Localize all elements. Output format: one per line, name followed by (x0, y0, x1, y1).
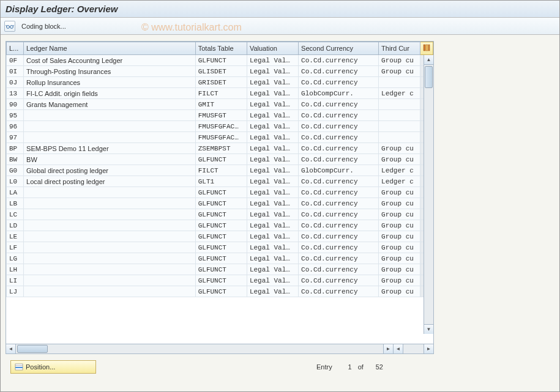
hscroll-track[interactable] (16, 344, 383, 353)
col-header-second[interactable]: Second Currency (299, 42, 379, 55)
table-cell[interactable]: Group cu (379, 231, 420, 242)
table-cell[interactable]: Legal Val… (247, 231, 298, 242)
table-cell[interactable]: Co.Cd.currency (299, 220, 379, 231)
table-cell[interactable]: FMUSFGT (195, 110, 247, 121)
table-cell[interactable]: GLFUNCT (195, 209, 247, 220)
table-cell[interactable]: LB (7, 198, 24, 209)
table-cell[interactable]: Group cu (379, 209, 420, 220)
table-cell[interactable]: Grants Management (24, 99, 196, 110)
col-header-ledger[interactable]: L... (7, 42, 24, 55)
table-cell[interactable]: Legal Val… (247, 88, 298, 99)
table-cell[interactable]: 0F (7, 55, 24, 66)
table-cell[interactable]: 0I (7, 66, 24, 77)
table-row[interactable]: 0JRollup InsurancesGRISDETLegal Val…Co.C… (7, 77, 433, 88)
hscroll-track-2[interactable] (403, 344, 424, 353)
table-cell[interactable]: Co.Cd.currency (299, 55, 379, 66)
table-cell[interactable] (379, 110, 420, 121)
position-button[interactable]: Position... (10, 360, 96, 374)
table-row[interactable]: L0Local direct posting ledgerGLT1Legal V… (7, 176, 433, 187)
table-cell[interactable]: 96 (7, 121, 24, 132)
table-cell[interactable]: LH (7, 264, 24, 275)
table-cell[interactable]: GLFUNCT (195, 264, 247, 275)
table-cell[interactable]: Legal Val… (247, 77, 298, 88)
table-cell[interactable]: LF (7, 242, 24, 253)
table-row[interactable]: LEGLFUNCTLegal Val…Co.Cd.currencyGroup c… (7, 231, 433, 242)
table-cell[interactable] (24, 264, 196, 275)
table-cell[interactable] (24, 253, 196, 264)
table-cell[interactable]: Co.Cd.currency (299, 110, 379, 121)
table-cell[interactable] (24, 198, 196, 209)
table-cell[interactable]: Co.Cd.currency (299, 176, 379, 187)
table-cell[interactable]: 97 (7, 132, 24, 143)
table-cell[interactable]: Co.Cd.currency (299, 99, 379, 110)
table-cell[interactable]: GLT1 (195, 176, 247, 187)
table-row[interactable]: 0IThrough-Posting InsurancesGLISDETLegal… (7, 66, 433, 77)
horizontal-scroll-thumb[interactable] (17, 345, 48, 353)
table-cell[interactable]: Ledger c (379, 88, 420, 99)
table-cell[interactable] (379, 77, 420, 88)
table-cell[interactable]: Group cu (379, 242, 420, 253)
table-cell[interactable]: Legal Val… (247, 275, 298, 286)
table-cell[interactable]: G0 (7, 165, 24, 176)
table-cell[interactable]: Co.Cd.currency (299, 253, 379, 264)
vertical-scroll-thumb[interactable] (425, 66, 433, 88)
table-row[interactable]: G0Global direct posting ledgerFILCTLegal… (7, 165, 433, 176)
table-cell[interactable] (24, 231, 196, 242)
col-header-third[interactable]: Third Cur (379, 42, 420, 55)
table-cell[interactable]: Through-Posting Insurances (24, 66, 196, 77)
table-cell[interactable]: Group cu (379, 264, 420, 275)
table-cell[interactable]: GRISDET (195, 77, 247, 88)
table-cell[interactable]: Legal Val… (247, 264, 298, 275)
table-cell[interactable]: Co.Cd.currency (299, 209, 379, 220)
table-row[interactable]: BPSEM-BPS Demo 11 LedgerZSEMBPSTLegal Va… (7, 143, 433, 154)
table-cell[interactable]: Legal Val… (247, 110, 298, 121)
table-cell[interactable]: Group cu (379, 154, 420, 165)
table-row[interactable]: LHGLFUNCTLegal Val…Co.Cd.currencyGroup c… (7, 264, 433, 275)
table-cell[interactable]: BW (7, 154, 24, 165)
table-cell[interactable] (24, 242, 196, 253)
table-cell[interactable]: LD (7, 220, 24, 231)
table-cell[interactable]: Legal Val… (247, 154, 298, 165)
table-cell[interactable]: Co.Cd.currency (299, 198, 379, 209)
table-cell[interactable]: Co.Cd.currency (299, 77, 379, 88)
table-cell[interactable]: LC (7, 209, 24, 220)
table-cell[interactable]: Legal Val… (247, 132, 298, 143)
table-cell[interactable]: Rollup Insurances (24, 77, 196, 88)
table-cell[interactable]: L0 (7, 176, 24, 187)
table-cell[interactable]: Legal Val… (247, 66, 298, 77)
table-cell[interactable]: FILCT (195, 88, 247, 99)
table-cell[interactable]: Co.Cd.currency (299, 154, 379, 165)
table-cell[interactable]: Global direct posting ledger (24, 165, 196, 176)
table-cell[interactable]: Group cu (379, 220, 420, 231)
glasses-icon[interactable] (4, 21, 15, 32)
table-cell[interactable]: Cost of Sales Accountng Ledger (24, 55, 196, 66)
table-settings-icon[interactable] (420, 42, 433, 55)
table-cell[interactable]: Group cu (379, 198, 420, 209)
table-cell[interactable]: LI (7, 275, 24, 286)
table-cell[interactable]: Legal Val… (247, 143, 298, 154)
table-cell[interactable]: Legal Val… (247, 286, 298, 297)
table-cell[interactable]: Co.Cd.currency (299, 132, 379, 143)
scroll-left-icon[interactable]: ◄ (6, 344, 16, 353)
table-cell[interactable] (24, 110, 196, 121)
table-cell[interactable]: GlobCompCurr. (299, 165, 379, 176)
table-cell[interactable]: LA (7, 187, 24, 198)
col-header-totals[interactable]: Totals Table (195, 42, 247, 55)
col-header-valuation[interactable]: Valuation (247, 42, 298, 55)
table-cell[interactable]: GLFUNCT (195, 231, 247, 242)
table-cell[interactable]: Group cu (379, 143, 420, 154)
table-row[interactable]: LDGLFUNCTLegal Val…Co.Cd.currencyGroup c… (7, 220, 433, 231)
table-cell[interactable]: Co.Cd.currency (299, 66, 379, 77)
table-row[interactable]: LJGLFUNCTLegal Val…Co.Cd.currencyGroup c… (7, 286, 433, 297)
table-row[interactable]: LBGLFUNCTLegal Val…Co.Cd.currencyGroup c… (7, 198, 433, 209)
table-cell[interactable]: Group cu (379, 55, 420, 66)
table-row[interactable]: 13FI-LC Addit. origin fieldsFILCTLegal V… (7, 88, 433, 99)
table-row[interactable]: 0FCost of Sales Accountng LedgerGLFUNCTL… (7, 55, 433, 66)
table-cell[interactable]: Legal Val… (247, 209, 298, 220)
table-row[interactable]: BWBWGLFUNCTLegal Val…Co.Cd.currencyGroup… (7, 154, 433, 165)
table-cell[interactable]: LG (7, 253, 24, 264)
table-cell[interactable]: Legal Val… (247, 242, 298, 253)
table-cell[interactable]: GLFUNCT (195, 286, 247, 297)
table-cell[interactable]: Local direct posting ledger (24, 176, 196, 187)
table-cell[interactable]: Legal Val… (247, 121, 298, 132)
